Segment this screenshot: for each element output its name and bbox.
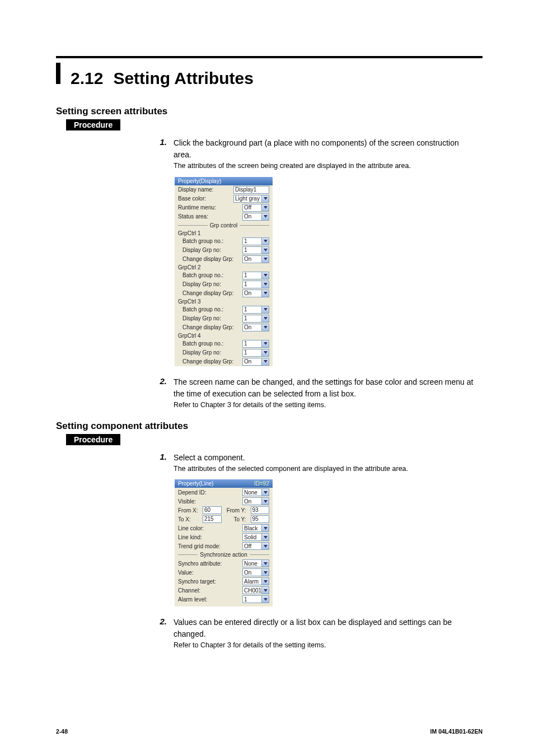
step-number: 1. (157, 452, 167, 474)
select-change-display-grp[interactable]: On (242, 324, 269, 332)
chevron-down-icon (261, 587, 269, 594)
chevron-down-icon (261, 247, 269, 254)
select-display-grp-no[interactable]: 1 (242, 315, 269, 323)
step-number: 2. (157, 617, 167, 651)
chevron-down-icon (261, 525, 269, 531)
select-display-grp-no[interactable]: 1 (242, 281, 269, 288)
divider-sync-action: Synchronize action (200, 552, 247, 558)
label-runtime-menu: Runtime menu: (178, 204, 240, 211)
label-from-x: From X: (178, 507, 198, 514)
chevron-down-icon (261, 560, 269, 567)
select-alarm-level[interactable]: 1 (242, 595, 269, 603)
label-batch-group-no: Batch group no.: (182, 238, 240, 244)
select-display-grp-no[interactable]: 1 (242, 349, 269, 357)
select-base-color[interactable]: Light gray (233, 195, 269, 203)
label-line-color: Line color: (178, 525, 240, 531)
select-status-area[interactable]: On (242, 213, 269, 221)
step-text: The screen name can be changed, and the … (174, 376, 478, 400)
label-channel: Channel: (178, 587, 240, 594)
section-number: 2.12 (71, 69, 103, 88)
select-change-display-grp[interactable]: On (242, 290, 269, 297)
title-accent-bar (56, 63, 60, 84)
chevron-down-icon (261, 290, 269, 297)
label-change-display-grp: Change display Grp: (182, 358, 240, 365)
label-visible: Visible: (178, 498, 240, 505)
step-note: Refer to Chapter 3 for details of the se… (174, 640, 478, 651)
chevron-down-icon (261, 358, 269, 365)
panel-title: Property(Line) ID=92 (175, 479, 273, 488)
chevron-down-icon (261, 489, 269, 496)
step-note: Refer to Chapter 3 for details of the se… (174, 400, 478, 410)
select-batch-group-no[interactable]: 1 (242, 237, 269, 245)
select-line-kind[interactable]: Solid (242, 533, 269, 541)
select-runtime-menu[interactable]: Off (242, 204, 269, 212)
label-synchro-target: Synchro target: (178, 578, 240, 585)
chevron-down-icon (261, 272, 269, 279)
grpctrl-2-header: GrpCtrl 2 (175, 264, 273, 271)
step-text: Click the background part (a place with … (174, 137, 478, 161)
chevron-down-icon (261, 238, 269, 245)
chevron-down-icon (261, 195, 269, 202)
chevron-down-icon (261, 256, 269, 263)
select-change-display-grp[interactable]: On (242, 358, 269, 366)
select-channel[interactable]: CH001 (242, 586, 269, 594)
step-note: The attributes of the screen being creat… (174, 161, 478, 171)
select-batch-group-no[interactable]: 1 (242, 340, 269, 348)
chevron-down-icon (261, 213, 269, 220)
input-to-y[interactable]: 95 (251, 515, 270, 523)
select-change-display-grp[interactable]: On (242, 255, 269, 263)
input-from-y[interactable]: 93 (251, 506, 270, 514)
label-to-y: To Y: (226, 516, 246, 522)
chevron-down-icon (261, 204, 269, 211)
panel-title-id: ID=92 (254, 480, 269, 487)
section-title: Setting Attributes (113, 69, 254, 88)
procedure-label: Procedure (66, 434, 120, 445)
select-batch-group-no[interactable]: 1 (242, 272, 269, 279)
label-alarm-level: Alarm level: (178, 596, 240, 603)
label-change-display-grp: Change display Grp: (182, 290, 240, 296)
input-to-x[interactable]: 215 (203, 515, 222, 523)
property-display-panel: Property(Display) Display name: Display1… (175, 177, 273, 366)
subheading-screen-attributes: Setting screen attributes (56, 106, 478, 117)
label-change-display-grp: Change display Grp: (182, 256, 240, 262)
label-batch-group-no: Batch group no.: (182, 272, 240, 278)
label-display-grp-no: Display Grp no: (182, 247, 240, 253)
label-line-kind: Line kind: (178, 534, 240, 540)
select-display-grp-no[interactable]: 1 (242, 246, 269, 254)
chevron-down-icon (261, 578, 269, 585)
select-line-color[interactable]: Black (242, 524, 269, 532)
chevron-down-icon (261, 324, 269, 331)
subheading-component-attributes: Setting component attributes (56, 421, 478, 432)
select-visible[interactable]: On (242, 497, 269, 505)
select-synchro-attribute[interactable]: None (242, 559, 269, 567)
chevron-down-icon (261, 281, 269, 288)
select-value[interactable]: On (242, 568, 269, 576)
label-depend-id: Depend ID: (178, 489, 240, 496)
doc-id: IM 04L41B01-62EN (430, 728, 483, 735)
panel-title: Property(Display) (175, 177, 273, 185)
input-display-name[interactable]: Display1 (233, 186, 269, 194)
divider-grp-control: Grp control (210, 222, 237, 228)
select-depend-id[interactable]: None (242, 488, 269, 496)
select-synchro-target[interactable]: Alarm (242, 577, 269, 585)
select-batch-group-no[interactable]: 1 (242, 306, 269, 314)
grpctrl-4-header: GrpCtrl 4 (175, 332, 273, 339)
input-from-x[interactable]: 60 (203, 506, 222, 514)
panel-title-text: Property(Display) (178, 178, 221, 184)
chevron-down-icon (261, 498, 269, 505)
grpctrl-1-header: GrpCtrl 1 (175, 230, 273, 237)
label-display-grp-no: Display Grp no: (182, 315, 240, 321)
chevron-down-icon (261, 569, 269, 576)
label-synchro-attribute: Synchro attribute: (178, 561, 240, 567)
chevron-down-icon (261, 543, 269, 549)
chevron-down-icon (261, 596, 269, 603)
chevron-down-icon (261, 306, 269, 313)
page-number: 2-48 (56, 728, 68, 735)
step-number: 1. (157, 137, 167, 171)
select-trend-grid-mode[interactable]: Off (242, 542, 269, 550)
label-from-y: From Y: (226, 507, 246, 514)
label-batch-group-no: Batch group no.: (182, 340, 240, 347)
label-to-x: To X: (178, 516, 198, 522)
label-display-grp-no: Display Grp no: (182, 281, 240, 287)
chevron-down-icon (261, 349, 269, 356)
